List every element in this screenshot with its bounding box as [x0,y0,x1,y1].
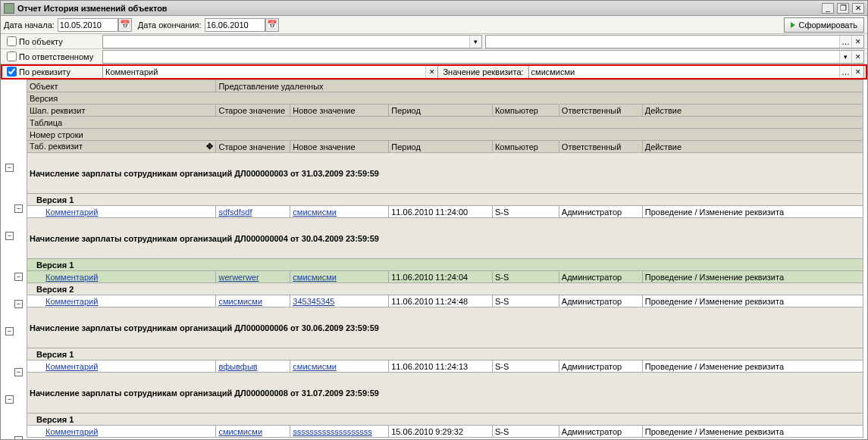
value-link[interactable]: 345345345 [293,297,334,306]
play-icon [791,22,795,28]
col-new-value: Новое значение [290,105,389,117]
collapse-icon[interactable]: − [5,327,14,335]
value-link[interactable]: werwerwer [218,273,259,282]
requisite-link[interactable]: Комментарий [45,427,98,436]
filter-by-responsible: По ответственному [1,49,867,64]
object-row[interactable]: Начисление зарплаты сотрудникам организа… [27,218,863,259]
requisite-link[interactable]: Комментарий [45,297,98,306]
version-row[interactable]: Версия 1 [27,413,863,426]
value-link[interactable]: вфывфыв [218,362,257,371]
value-link[interactable]: смисмисми [293,273,337,282]
col-deleted: Представление удаленных [216,80,863,92]
data-row[interactable]: Комментарийсмисмисми34534534511.06.2010 … [27,295,863,307]
result-grid[interactable]: ОбъектПредставление удаленных Версия Шап… [1,80,867,439]
by-responsible-checkbox[interactable] [7,51,17,61]
app-icon [4,3,14,14]
by-requisite-checkbox[interactable] [7,67,17,76]
by-requisite-value-input[interactable]: смисмисми [528,65,864,79]
collapse-icon[interactable]: − [14,300,23,308]
col-version: Версия [27,92,863,105]
close-button[interactable]: ✕ [852,3,864,14]
value-link[interactable]: смисмисми [218,427,262,436]
requisite-link[interactable]: Комментарий [45,208,98,217]
clear-icon[interactable] [851,66,863,78]
by-object-label: По объекту [19,37,102,46]
collapse-icon[interactable]: − [14,436,23,439]
object-row[interactable]: Начисление зарплаты сотрудникам организа… [27,307,863,348]
date-toolbar: Дата начала: 📅 Дата окончания: 📅 Сформир… [1,16,867,34]
version-row[interactable]: Версия 2 [27,283,863,295]
by-object-checkbox[interactable] [7,36,17,46]
ellipsis-icon[interactable] [839,36,851,48]
date-end-label: Дата окончания: [138,20,202,30]
value-link[interactable]: смисмисми [218,297,262,306]
requisite-value-label: Значение реквизита: [443,67,523,76]
date-start-label: Дата начала: [4,20,55,30]
collapse-icon[interactable]: − [5,395,14,404]
col-tab-requisite: Таб. реквизит✥ [27,141,216,153]
value-link[interactable]: sssssssssssssssssss [293,427,372,436]
date-start-input[interactable] [58,18,118,32]
minimize-button[interactable]: _ [822,3,834,14]
requisite-link[interactable]: Комментарий [45,273,98,282]
by-requisite-combo[interactable]: Комментарий [102,65,438,79]
collapse-icon[interactable]: − [5,232,14,240]
value-link[interactable]: sdfsdfsdf [218,208,252,217]
clear-icon[interactable] [425,66,437,78]
collapse-icon[interactable]: − [14,273,23,281]
col-period: Период [389,105,493,117]
report-window: Отчет История изменений объектов _ ❐ ✕ Д… [0,0,868,440]
data-row[interactable]: Комментарийsdfsdfsdfсмисмисми11.06.2010 … [27,206,863,218]
by-responsible-label: По ответственному [19,52,102,61]
version-row[interactable]: Версия 1 [27,194,863,206]
object-row[interactable]: Начисление зарплаты сотрудникам организа… [27,153,863,194]
clear-icon[interactable] [851,51,863,63]
chevron-down-icon[interactable] [839,51,851,63]
collapse-icon[interactable]: − [5,164,14,172]
col-row-number: Номер строки [27,129,863,141]
by-requisite-label: По реквизиту [19,67,102,76]
by-object-combo2[interactable] [485,35,865,48]
clear-icon[interactable] [851,36,863,48]
col-header-requisite: Шап. реквизит [27,105,216,117]
value-link[interactable]: смисмисми [293,362,337,371]
date-end-input[interactable] [205,18,265,32]
date-end-calendar-icon[interactable]: 📅 [265,18,279,32]
ellipsis-icon[interactable] [839,66,851,78]
chevron-down-icon[interactable] [469,36,481,48]
data-row[interactable]: Комментарийсмисмисмиsssssssssssssssssss1… [27,426,863,438]
col-object: Объект [27,80,216,92]
col-table: Таблица [27,117,863,129]
data-row[interactable]: Комментарийwerwerwerсмисмисми11.06.2010 … [27,271,863,283]
filter-by-requisite: По реквизиту Комментарий Значение реквиз… [1,64,867,80]
collapse-icon[interactable]: − [14,368,23,376]
version-row[interactable]: Версия 1 [27,259,863,271]
col-action: Действие [642,105,863,117]
generate-button[interactable]: Сформировать [784,17,864,33]
filter-by-object: По объекту [1,34,867,49]
version-row[interactable]: Версия 1 [27,348,863,360]
collapse-icon[interactable]: − [14,204,23,213]
data-row[interactable]: Комментарийвфывфывсмисмисми11.06.2010 11… [27,360,863,373]
maximize-button[interactable]: ❐ [837,3,849,14]
col-computer: Компьютер [492,105,559,117]
col-responsible: Ответственный [559,105,642,117]
col-old-value: Старое значение [216,105,290,117]
date-start-calendar-icon[interactable]: 📅 [118,18,132,32]
titlebar: Отчет История изменений объектов _ ❐ ✕ [1,1,867,16]
window-title: Отчет История изменений объектов [17,4,822,13]
requisite-link[interactable]: Комментарий [45,362,98,371]
generate-label: Сформировать [798,20,857,30]
value-link[interactable]: смисмисми [293,208,337,217]
object-row[interactable]: Начисление зарплаты сотрудникам организа… [27,373,863,413]
by-responsible-combo[interactable] [102,50,864,64]
by-object-combo1[interactable] [102,35,482,48]
